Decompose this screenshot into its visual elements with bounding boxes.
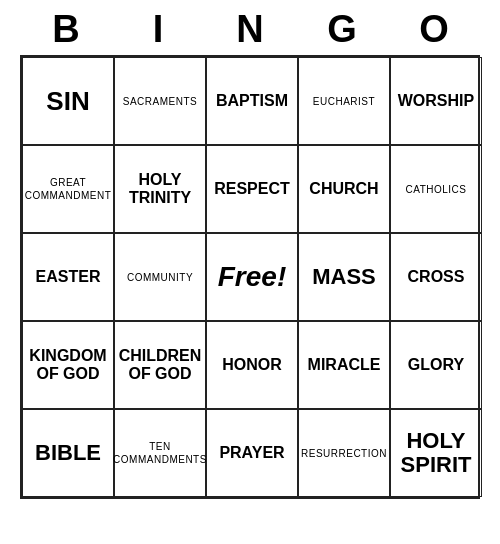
bingo-row-4: BIBLETEN COMMANDMENTSPRAYERRESURRECTIONH… — [22, 409, 478, 497]
bingo-cell-4-3: RESURRECTION — [298, 409, 390, 497]
cell-text-3-3: MIRACLE — [308, 356, 381, 374]
bingo-cell-4-1: TEN COMMANDMENTS — [114, 409, 206, 497]
cell-text-0-2: BAPTISM — [216, 92, 288, 110]
bingo-cell-4-2: PRAYER — [206, 409, 298, 497]
bingo-letter-n: N — [204, 8, 296, 51]
bingo-cell-2-0: EASTER — [22, 233, 114, 321]
cell-text-4-3: RESURRECTION — [301, 447, 387, 460]
bingo-cell-0-3: EUCHARIST — [298, 57, 390, 145]
cell-text-1-3: CHURCH — [309, 180, 378, 198]
bingo-row-1: GREAT COMMANDMENTHOLYTRINITYRESPECTCHURC… — [22, 145, 478, 233]
cell-text-0-1: SACRAMENTS — [123, 95, 197, 108]
bingo-cell-1-0: GREAT COMMANDMENT — [22, 145, 114, 233]
cell-text-2-3: MASS — [312, 265, 376, 289]
cell-text-1-1: HOLYTRINITY — [129, 171, 191, 208]
bingo-cell-0-1: SACRAMENTS — [114, 57, 206, 145]
bingo-cell-2-4: CROSS — [390, 233, 482, 321]
cell-text-2-1: COMMUNITY — [127, 271, 193, 284]
bingo-grid: SINSACRAMENTSBAPTISMEUCHARISTWORSHIPGREA… — [20, 55, 480, 499]
bingo-cell-3-0: KINGDOMOF GOD — [22, 321, 114, 409]
cell-text-2-4: CROSS — [408, 268, 465, 286]
bingo-cell-2-1: COMMUNITY — [114, 233, 206, 321]
cell-text-3-1: CHILDRENOF GOD — [119, 347, 202, 384]
cell-text-2-0: EASTER — [36, 268, 101, 286]
bingo-cell-2-2: Free! — [206, 233, 298, 321]
cell-text-4-1: TEN COMMANDMENTS — [113, 440, 207, 466]
cell-text-1-2: RESPECT — [214, 180, 290, 198]
bingo-cell-1-3: CHURCH — [298, 145, 390, 233]
cell-text-0-4: WORSHIP — [398, 92, 474, 110]
cell-text-4-2: PRAYER — [219, 444, 284, 462]
bingo-row-3: KINGDOMOF GODCHILDRENOF GODHONORMIRACLEG… — [22, 321, 478, 409]
cell-text-0-0: SIN — [46, 87, 89, 116]
cell-text-3-0: KINGDOMOF GOD — [29, 347, 106, 384]
bingo-cell-3-4: GLORY — [390, 321, 482, 409]
cell-text-1-0: GREAT COMMANDMENT — [25, 176, 112, 202]
bingo-cell-3-1: CHILDRENOF GOD — [114, 321, 206, 409]
bingo-letter-o: O — [388, 8, 480, 51]
bingo-row-0: SINSACRAMENTSBAPTISMEUCHARISTWORSHIP — [22, 57, 478, 145]
bingo-cell-0-0: SIN — [22, 57, 114, 145]
bingo-letter-b: B — [20, 8, 112, 51]
bingo-cell-2-3: MASS — [298, 233, 390, 321]
cell-text-0-3: EUCHARIST — [313, 95, 375, 108]
bingo-cell-3-3: MIRACLE — [298, 321, 390, 409]
bingo-cell-4-4: HOLYSPIRIT — [390, 409, 482, 497]
bingo-cell-0-2: BAPTISM — [206, 57, 298, 145]
cell-text-4-4: HOLYSPIRIT — [401, 429, 472, 477]
bingo-cell-4-0: BIBLE — [22, 409, 114, 497]
bingo-letter-i: I — [112, 8, 204, 51]
bingo-letter-g: G — [296, 8, 388, 51]
cell-text-1-4: CATHOLICS — [406, 183, 467, 196]
cell-text-3-2: HONOR — [222, 356, 282, 374]
bingo-cell-1-1: HOLYTRINITY — [114, 145, 206, 233]
bingo-row-2: EASTERCOMMUNITYFree!MASSCROSS — [22, 233, 478, 321]
cell-text-2-2: Free! — [218, 261, 286, 293]
bingo-cell-0-4: WORSHIP — [390, 57, 482, 145]
cell-text-4-0: BIBLE — [35, 441, 101, 465]
bingo-cell-1-2: RESPECT — [206, 145, 298, 233]
bingo-cell-3-2: HONOR — [206, 321, 298, 409]
cell-text-3-4: GLORY — [408, 356, 464, 374]
bingo-header: BINGO — [20, 0, 480, 55]
bingo-cell-1-4: CATHOLICS — [390, 145, 482, 233]
